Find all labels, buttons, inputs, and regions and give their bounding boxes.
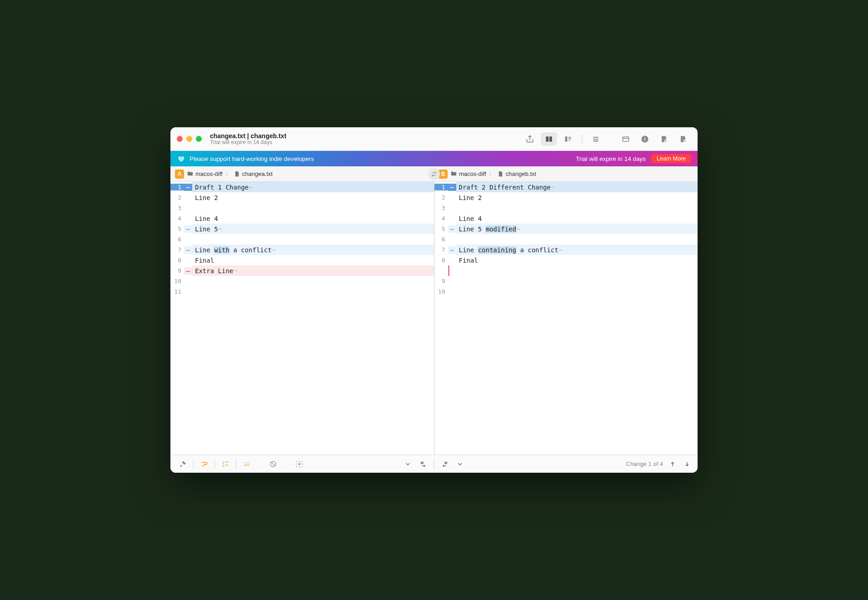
code-line[interactable]: 1~Draft 2 Different Change¬ bbox=[434, 182, 698, 192]
save-plus-icon bbox=[678, 135, 688, 144]
code-line[interactable] bbox=[434, 265, 698, 276]
svg-rect-4 bbox=[593, 139, 599, 140]
code-line[interactable]: 11 bbox=[170, 286, 434, 297]
svg-rect-5 bbox=[593, 140, 599, 141]
line-number: 11 bbox=[170, 288, 184, 295]
code-line[interactable]: 3 bbox=[434, 203, 698, 213]
chevron-down-icon bbox=[404, 460, 412, 468]
line-number: 6 bbox=[170, 236, 184, 243]
code-line[interactable]: 1~Draft 1 Change¬ bbox=[170, 182, 434, 192]
gear-icon bbox=[295, 460, 304, 468]
brush-icon bbox=[179, 460, 187, 468]
code-line[interactable]: 10 bbox=[170, 276, 434, 286]
wrap-icon bbox=[200, 460, 208, 468]
block-icon bbox=[269, 460, 277, 468]
path-right[interactable]: B macos-diff 〉 changeb.txt bbox=[434, 166, 698, 181]
file-a: changea.txt bbox=[234, 170, 273, 177]
code-line[interactable]: 9—Extra Line¬ bbox=[170, 265, 434, 276]
learn-more-button[interactable]: Learn More bbox=[651, 154, 691, 163]
line-numbers-button[interactable]: 12 bbox=[219, 458, 232, 470]
pane-left[interactable]: 1~Draft 1 Change¬2Line 234Line 45~Line 5… bbox=[170, 182, 434, 455]
prev-diff-button[interactable] bbox=[401, 458, 415, 470]
code-line[interactable]: 9 bbox=[434, 276, 698, 286]
code-line[interactable]: 7~Line containing a conflict¬ bbox=[434, 245, 698, 255]
copy-right-button[interactable]: A bbox=[417, 458, 430, 470]
share-button[interactable] bbox=[522, 132, 538, 146]
window-subtitle: Trial will expire in 14 days bbox=[210, 140, 286, 146]
line-content: Draft 2 Different Change¬ bbox=[456, 184, 555, 191]
next-diff-button[interactable] bbox=[454, 458, 467, 470]
line-content: Line with a conflict¬ bbox=[192, 246, 275, 254]
code-line[interactable]: 6 bbox=[170, 234, 434, 245]
swap-icon bbox=[430, 170, 438, 178]
line-number: 7 bbox=[170, 246, 184, 253]
line-number: 9 bbox=[434, 278, 448, 285]
status-bar: 12 A B Change 1 of 4 bbox=[170, 455, 698, 473]
line-number: 8 bbox=[170, 257, 184, 264]
path-bar: A macos-diff 〉 changea.txt B macos-diff … bbox=[170, 166, 698, 182]
swap-button[interactable] bbox=[428, 168, 440, 180]
whitespace-button[interactable] bbox=[240, 458, 254, 470]
wrap-button[interactable] bbox=[197, 458, 211, 470]
file-icon bbox=[497, 170, 504, 177]
folder-icon bbox=[450, 170, 457, 177]
line-content: Line 2 bbox=[456, 194, 482, 201]
code-line[interactable]: 4Line 4 bbox=[170, 213, 434, 224]
line-content: Line 5 modified¬ bbox=[456, 225, 520, 233]
code-line[interactable]: 7~Line with a conflict¬ bbox=[170, 245, 434, 255]
diff-area: 1~Draft 1 Change¬2Line 234Line 45~Line 5… bbox=[170, 182, 698, 455]
code-line[interactable]: 10 bbox=[434, 286, 698, 297]
code-line[interactable]: 5~Line 5 modified¬ bbox=[434, 224, 698, 234]
pane-right[interactable]: 1~Draft 2 Different Change¬2Line 234Line… bbox=[434, 182, 698, 455]
code-line[interactable]: 8Final bbox=[434, 255, 698, 265]
next-change-button[interactable] bbox=[682, 458, 692, 470]
copy-left-button[interactable]: B bbox=[438, 458, 452, 470]
folder-icon bbox=[187, 170, 194, 177]
line-number: 1 bbox=[434, 184, 448, 190]
unified-icon bbox=[564, 135, 573, 144]
line-number: 4 bbox=[434, 215, 448, 222]
code-line[interactable]: 8Final bbox=[170, 255, 434, 265]
line-content: Line 4 bbox=[192, 215, 218, 222]
prev-change-button[interactable] bbox=[668, 458, 678, 470]
line-content: Extra Line¬ bbox=[192, 267, 237, 275]
diff-marker: ~ bbox=[448, 246, 456, 254]
line-number: 7 bbox=[434, 246, 448, 253]
folder-a: macos-diff bbox=[187, 170, 223, 177]
svg-rect-14 bbox=[225, 461, 229, 462]
save-left-button[interactable] bbox=[656, 132, 672, 146]
minimize-button[interactable] bbox=[186, 136, 192, 142]
line-number: 3 bbox=[170, 205, 184, 211]
line-number: 5 bbox=[434, 225, 448, 232]
app-window: changea.txt | changeb.txt Trial will exp… bbox=[170, 127, 698, 473]
line-content: Draft 1 Change¬ bbox=[192, 184, 252, 191]
window-button[interactable] bbox=[618, 132, 634, 146]
maximize-button[interactable] bbox=[196, 136, 202, 142]
code-line[interactable]: 3 bbox=[170, 203, 434, 213]
heart-icon bbox=[177, 155, 185, 163]
line-content: Line 4 bbox=[456, 215, 482, 222]
ignore-button[interactable] bbox=[266, 458, 280, 470]
line-number: 4 bbox=[170, 215, 184, 222]
line-number: 2 bbox=[170, 194, 184, 201]
path-left[interactable]: A macos-diff 〉 changea.txt bbox=[170, 166, 434, 181]
diff-marker: ~ bbox=[184, 184, 192, 191]
code-line[interactable]: 5~Line 5¬ bbox=[170, 224, 434, 234]
unified-view-button[interactable] bbox=[560, 132, 576, 146]
code-line[interactable]: 4Line 4 bbox=[434, 213, 698, 224]
info-button[interactable] bbox=[637, 132, 653, 146]
close-button[interactable] bbox=[177, 136, 183, 142]
svg-point-16 bbox=[244, 462, 245, 463]
side-by-side-button[interactable] bbox=[541, 132, 557, 146]
columns-icon bbox=[544, 135, 554, 144]
badge-b: B bbox=[439, 170, 448, 179]
save-right-button[interactable] bbox=[675, 132, 691, 146]
format-button[interactable] bbox=[176, 458, 190, 470]
settings-button[interactable] bbox=[293, 458, 306, 470]
code-line[interactable]: 2Line 2 bbox=[170, 192, 434, 203]
code-line[interactable]: 2Line 2 bbox=[434, 192, 698, 203]
line-content: Final bbox=[192, 257, 214, 264]
line-content: Line 5¬ bbox=[192, 225, 222, 233]
list-view-button[interactable] bbox=[588, 132, 604, 146]
code-line[interactable]: 6 bbox=[434, 234, 698, 245]
